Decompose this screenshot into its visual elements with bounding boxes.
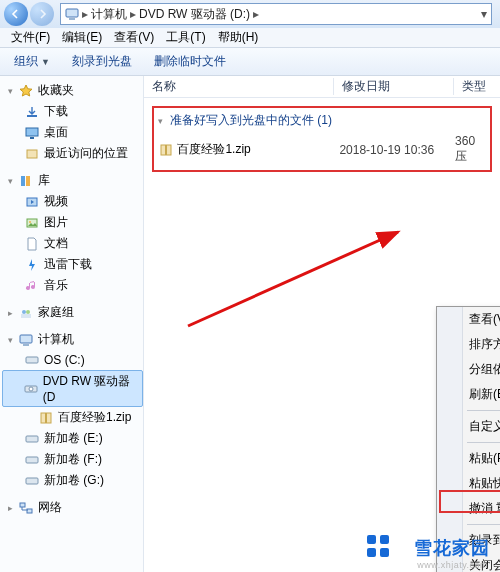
ctx-refresh[interactable]: 刷新(E) <box>437 382 500 407</box>
sidebar-item-desktop[interactable]: 桌面 <box>2 122 143 143</box>
xunlei-icon <box>24 257 40 273</box>
svg-rect-6 <box>21 176 25 186</box>
ctx-customize[interactable]: 自定义文件夹(F)... <box>437 414 500 439</box>
menu-file[interactable]: 文件(F) <box>6 27 55 48</box>
sidebar-item-documents[interactable]: 文档 <box>2 233 143 254</box>
breadcrumb-computer[interactable]: 计算机 <box>91 6 127 23</box>
svg-point-10 <box>29 221 31 223</box>
sidebar-group-libraries: ▾ 库 视频 图片 文档 迅雷下载 音乐 <box>2 170 143 296</box>
sidebar-item-pictures[interactable]: 图片 <box>2 212 143 233</box>
zip-icon <box>38 410 54 426</box>
svg-rect-23 <box>26 478 38 484</box>
breadcrumb-sep: ▸ <box>82 7 88 21</box>
recent-icon <box>24 146 40 162</box>
sidebar-item-videos[interactable]: 视频 <box>2 191 143 212</box>
sidebar-head-favorites[interactable]: ▾ 收藏夹 <box>2 80 143 101</box>
sidebar-group-favorites: ▾ 收藏夹 下载 桌面 最近访问的位置 <box>2 80 143 164</box>
ctx-paste[interactable]: 粘贴(P) <box>437 446 500 471</box>
sidebar-item-recent[interactable]: 最近访问的位置 <box>2 143 143 164</box>
expand-icon: ▸ <box>8 503 18 513</box>
picture-icon <box>24 215 40 231</box>
ctx-sort[interactable]: 排序方式(O)▶ <box>437 332 500 357</box>
computer-icon <box>65 7 79 21</box>
sidebar-item-drive-f[interactable]: 新加卷 (F:) <box>2 449 143 470</box>
cmd-burn-to-disc[interactable]: 刻录到光盘 <box>64 50 140 73</box>
file-name: 百度经验1.zip <box>177 141 339 158</box>
sidebar-item-drive-c[interactable]: OS (C:) <box>2 350 143 370</box>
col-type[interactable]: 类型 <box>454 78 500 95</box>
svg-rect-3 <box>26 128 38 136</box>
nav-back-button[interactable] <box>4 2 28 26</box>
sidebar-group-homegroup: ▸ 家庭组 <box>2 302 143 323</box>
cmd-organize[interactable]: 组织▼ <box>6 50 58 73</box>
menu-bar: 文件(F) 编辑(E) 查看(V) 工具(T) 帮助(H) <box>0 28 500 48</box>
svg-point-11 <box>22 310 26 314</box>
svg-point-12 <box>26 310 30 314</box>
svg-rect-4 <box>30 137 34 139</box>
column-headers[interactable]: 名称 修改日期 类型 <box>144 76 500 98</box>
disc-drive-icon <box>24 381 39 397</box>
breadcrumb-sep: ▸ <box>253 7 259 21</box>
collapse-icon: ▾ <box>158 116 170 126</box>
svg-rect-2 <box>27 115 37 117</box>
sidebar-item-downloads[interactable]: 下载 <box>2 101 143 122</box>
svg-rect-13 <box>21 314 31 318</box>
ctx-view[interactable]: 查看(V)▶ <box>437 307 500 332</box>
address-bar[interactable]: ▸ 计算机 ▸ DVD RW 驱动器 (D:) ▸ ▾ <box>60 3 492 25</box>
libraries-icon <box>18 173 34 189</box>
svg-point-18 <box>29 387 33 391</box>
sidebar-item-burnfile[interactable]: 百度经验1.zip <box>2 407 143 428</box>
ctx-undo-rename[interactable]: 撤消 重命名(U)Ctrl+Z <box>437 496 500 521</box>
ctx-separator <box>437 407 500 414</box>
file-row[interactable]: 百度经验1.zip 2018-10-19 10:36 360压 <box>156 133 488 166</box>
menu-view[interactable]: 查看(V) <box>109 27 159 48</box>
watermark-logo-icon <box>364 532 392 560</box>
drive-icon <box>24 473 40 489</box>
svg-rect-27 <box>165 145 167 155</box>
zip-icon <box>158 142 173 158</box>
ctx-paste-shortcut[interactable]: 粘贴快捷方式(S) <box>437 471 500 496</box>
nav-pane: ▾ 收藏夹 下载 桌面 最近访问的位置 ▾ <box>0 76 144 572</box>
cmd-delete-temp[interactable]: 删除临时文件 <box>146 50 234 73</box>
file-date: 2018-10-19 10:36 <box>339 143 455 157</box>
nav-forward-button[interactable] <box>30 2 54 26</box>
svg-rect-15 <box>23 344 29 346</box>
titlebar: ▸ 计算机 ▸ DVD RW 驱动器 (D:) ▸ ▾ <box>0 0 500 28</box>
sidebar-item-drive-e[interactable]: 新加卷 (E:) <box>2 428 143 449</box>
svg-rect-1 <box>69 18 75 20</box>
svg-rect-14 <box>20 335 32 343</box>
sidebar-head-homegroup[interactable]: ▸ 家庭组 <box>2 302 143 323</box>
burn-section-heading[interactable]: ▾ 准备好写入到光盘中的文件 (1) <box>156 110 488 133</box>
expand-icon: ▸ <box>8 308 18 318</box>
address-dropdown-icon[interactable]: ▾ <box>481 7 487 21</box>
sidebar-item-drive-g[interactable]: 新加卷 (G:) <box>2 470 143 491</box>
context-menu: 查看(V)▶ 排序方式(O)▶ 分组依据(P)▶ 刷新(E) 自定义文件夹(F)… <box>436 306 500 572</box>
svg-rect-30 <box>380 535 389 544</box>
music-icon <box>24 278 40 294</box>
menu-tools[interactable]: 工具(T) <box>161 27 210 48</box>
download-icon <box>24 104 40 120</box>
menu-edit[interactable]: 编辑(E) <box>57 27 107 48</box>
sidebar-item-music[interactable]: 音乐 <box>2 275 143 296</box>
sidebar-item-xunlei[interactable]: 迅雷下载 <box>2 254 143 275</box>
menu-help[interactable]: 帮助(H) <box>213 27 264 48</box>
breadcrumb-drive[interactable]: DVD RW 驱动器 (D:) <box>139 6 250 23</box>
watermark-url: www.xhjaty.com <box>417 560 488 570</box>
col-name[interactable]: 名称 <box>144 78 334 95</box>
favorites-icon <box>18 83 34 99</box>
ctx-separator <box>437 439 500 446</box>
drive-icon <box>24 452 40 468</box>
ctx-group[interactable]: 分组依据(P)▶ <box>437 357 500 382</box>
sidebar-head-computer[interactable]: ▾ 计算机 <box>2 329 143 350</box>
sidebar-head-network[interactable]: ▸ 网络 <box>2 497 143 518</box>
content-pane: 名称 修改日期 类型 ▾ 准备好写入到光盘中的文件 (1) 百度经验1.zip … <box>144 76 500 572</box>
breadcrumb-sep: ▸ <box>130 7 136 21</box>
sidebar-head-libraries[interactable]: ▾ 库 <box>2 170 143 191</box>
col-date[interactable]: 修改日期 <box>334 78 454 95</box>
sidebar-item-dvd-rw[interactable]: DVD RW 驱动器 (D <box>2 370 143 407</box>
sidebar-group-computer: ▾ 计算机 OS (C:) DVD RW 驱动器 (D 百度经验1.zip 新加… <box>2 329 143 491</box>
svg-rect-16 <box>26 357 38 363</box>
svg-rect-21 <box>26 436 38 442</box>
svg-rect-5 <box>27 150 37 158</box>
svg-rect-0 <box>66 9 78 17</box>
